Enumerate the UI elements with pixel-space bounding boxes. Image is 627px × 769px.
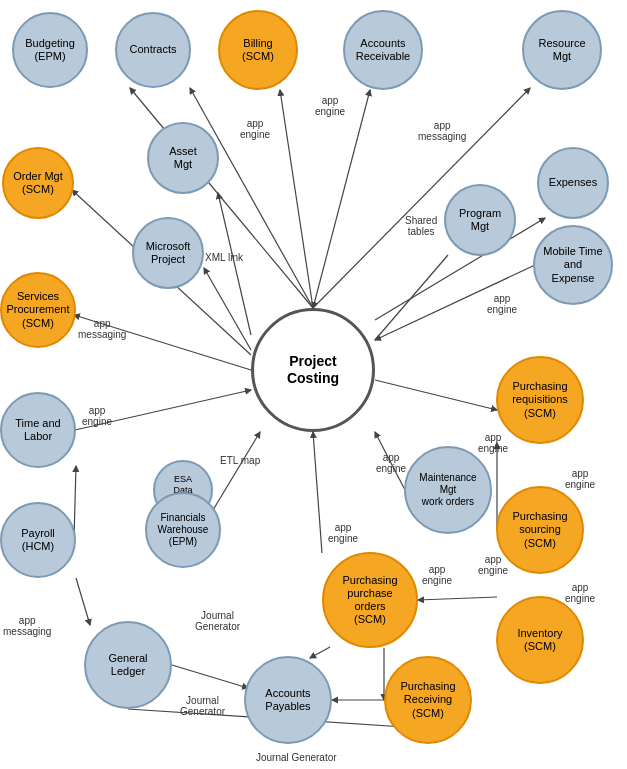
label-app-messaging-1: appmessaging — [418, 120, 466, 142]
node-financials-warehouse: Financials Warehouse (EPM) — [145, 492, 221, 568]
svg-line-23 — [310, 647, 330, 658]
label-app-engine-4: appengine — [82, 405, 112, 427]
node-mobile-time: Mobile Time and Expense — [533, 225, 613, 305]
label-xml-link: XML link — [205, 252, 243, 263]
svg-line-15 — [213, 432, 260, 510]
label-shared-tables: Sharedtables — [405, 215, 437, 237]
label-app-engine-1: appengine — [315, 95, 345, 117]
svg-line-18 — [313, 432, 322, 553]
node-microsoft-project: Microsoft Project — [132, 217, 204, 289]
label-journal-generator-2: JournalGenerator — [180, 695, 225, 717]
node-contracts: Contracts — [115, 12, 191, 88]
node-expenses: Expenses — [537, 147, 609, 219]
label-app-messaging-2: appmessaging — [78, 318, 126, 340]
node-billing: Billing (SCM) — [218, 10, 298, 90]
label-app-engine-7: appengine — [478, 554, 508, 576]
label-app-engine-9: appengine — [328, 522, 358, 544]
svg-line-22 — [172, 665, 248, 688]
label-app-engine-11: appengine — [565, 582, 595, 604]
svg-line-3 — [313, 90, 370, 308]
label-app-engine-6: appengine — [376, 452, 406, 474]
node-general-ledger: General Ledger — [84, 621, 172, 709]
label-etl-map: ETL map — [220, 455, 260, 466]
label-app-messaging-3: appmessaging — [3, 615, 51, 637]
svg-line-13 — [375, 380, 497, 410]
node-services-procurement: Services Procurement (SCM) — [0, 272, 76, 348]
svg-line-10 — [375, 255, 448, 340]
svg-line-19 — [418, 597, 497, 600]
node-asset-mgt: Asset Mgt — [147, 122, 219, 194]
label-app-engine-10: appengine — [422, 564, 452, 586]
label-journal-generator-1: JournalGenerator — [195, 610, 240, 632]
node-budgeting: Budgeting (EPM) — [12, 12, 88, 88]
label-app-engine-3: appengine — [487, 293, 517, 315]
diagram: Project Costing Budgeting (EPM) Contract… — [0, 0, 627, 769]
node-resource-mgt: Resource Mgt — [522, 10, 602, 90]
node-program-mgt: Program Mgt — [444, 184, 516, 256]
node-maintenance-mgt: Maintenance Mgt work orders — [404, 446, 492, 534]
node-order-mgt: Order Mgt (SCM) — [2, 147, 74, 219]
node-accounts-payables: Accounts Payables — [244, 656, 332, 744]
svg-line-2 — [280, 90, 313, 308]
label-app-engine-2: appengine — [240, 118, 270, 140]
label-app-engine-5: appengine — [478, 432, 508, 454]
label-app-engine-8: appengine — [565, 468, 595, 490]
node-payroll: Payroll (HCM) — [0, 502, 76, 578]
label-journal-generator-3: Journal Generator — [256, 752, 337, 763]
node-inventory: Inventory (SCM) — [496, 596, 584, 684]
svg-line-6 — [218, 193, 251, 335]
svg-line-21 — [76, 578, 90, 625]
node-project-costing: Project Costing — [251, 308, 375, 432]
svg-line-8 — [204, 268, 251, 350]
node-purchasing-receiving: Purchasing Receiving (SCM) — [384, 656, 472, 744]
node-accounts-receivable: Accounts Receivable — [343, 10, 423, 90]
node-purchasing-requisitions: Purchasing requisitions (SCM) — [496, 356, 584, 444]
node-time-and-labor: Time and Labor — [0, 392, 76, 468]
node-purchasing-sourcing: Purchasing sourcing (SCM) — [496, 486, 584, 574]
node-purchasing-orders: Purchasing purchase orders (SCM) — [322, 552, 418, 648]
